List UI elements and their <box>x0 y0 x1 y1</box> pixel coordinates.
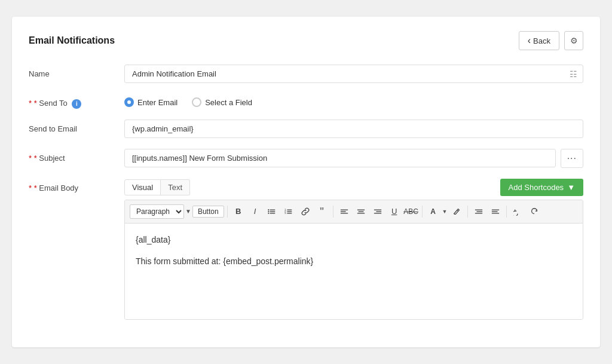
paragraph-select[interactable]: Paragraph <box>130 204 184 219</box>
svg-rect-20 <box>374 213 381 213</box>
name-input[interactable] <box>124 65 583 83</box>
editor-content[interactable]: {all_data} This form submitted at: {embe… <box>125 224 583 319</box>
svg-rect-26 <box>491 213 498 213</box>
svg-rect-7 <box>287 211 292 212</box>
svg-rect-14 <box>340 213 347 213</box>
eraser-button[interactable] <box>449 204 464 219</box>
editor-tabs: Visual Text <box>124 179 190 195</box>
send-to-email-wrap <box>124 120 583 138</box>
radio-enter-email-label: Enter Email <box>137 98 178 107</box>
name-field-wrap: ☷ <box>124 65 583 83</box>
svg-rect-17 <box>357 213 364 213</box>
svg-text:3.: 3. <box>284 212 287 215</box>
outdent-button[interactable] <box>488 204 503 219</box>
email-notifications-panel: Email Notifications Back ⚙ Name ☷ * Send… <box>12 17 600 347</box>
bold-icon: B <box>235 207 241 216</box>
redo-button[interactable] <box>527 204 542 219</box>
editor-line-1: {all_data} <box>136 233 572 246</box>
send-to-email-label: Send to Email <box>29 120 124 133</box>
separator-5 <box>506 206 507 218</box>
text-color-button[interactable]: A <box>426 204 441 219</box>
radio-enter-email-indicator <box>124 97 134 107</box>
chevron-left-icon <box>528 35 531 46</box>
name-label: Name <box>29 65 124 78</box>
add-shortcodes-button[interactable]: Add Shortcodes ▼ <box>500 179 583 196</box>
subject-row: * Subject ··· <box>29 149 583 168</box>
svg-rect-2 <box>270 213 275 213</box>
name-field-icon: ☷ <box>570 69 577 79</box>
radio-enter-email[interactable]: Enter Email <box>124 97 178 107</box>
back-label: Back <box>533 36 550 45</box>
panel-header: Email Notifications Back ⚙ <box>29 31 583 50</box>
tab-text[interactable]: Text <box>161 179 190 195</box>
separator-3 <box>422 206 423 218</box>
page-title: Email Notifications <box>29 35 115 46</box>
gear-button[interactable]: ⚙ <box>564 31 583 50</box>
subject-more-button[interactable]: ··· <box>561 149 583 168</box>
separator-4 <box>467 206 468 218</box>
svg-rect-13 <box>340 211 345 212</box>
svg-rect-6 <box>287 209 292 210</box>
svg-rect-18 <box>374 209 381 210</box>
svg-point-3 <box>268 209 269 210</box>
svg-rect-24 <box>491 209 498 210</box>
radio-select-field[interactable]: Select a Field <box>192 97 252 107</box>
email-body-content: Visual Text Add Shortcodes ▼ Paragraph ▼… <box>124 179 583 320</box>
svg-rect-19 <box>376 211 381 212</box>
toolbar-chevron-icon: ▼ <box>185 208 191 215</box>
subject-wrap: ··· <box>124 149 583 168</box>
blockquote-button[interactable]: " <box>314 204 330 219</box>
svg-rect-1 <box>270 211 275 212</box>
radio-select-field-indicator <box>192 97 201 107</box>
send-to-label: * Send To i <box>29 94 124 109</box>
svg-rect-8 <box>287 213 292 213</box>
italic-button[interactable]: I <box>247 204 263 219</box>
svg-rect-21 <box>475 209 482 210</box>
separator-2 <box>333 206 333 218</box>
send-to-radio-group: Enter Email Select a Field <box>124 94 252 107</box>
send-to-row: * Send To i Enter Email Select a Field <box>29 94 583 109</box>
svg-rect-0 <box>270 209 275 210</box>
indent-button[interactable] <box>471 204 486 219</box>
svg-rect-22 <box>476 211 482 212</box>
align-center-button[interactable] <box>353 204 369 219</box>
strikethrough-button[interactable]: ABC <box>403 204 419 219</box>
dots-icon: ··· <box>567 153 577 163</box>
name-row: Name ☷ <box>29 65 583 83</box>
link-button[interactable] <box>298 204 313 219</box>
svg-point-4 <box>268 211 269 212</box>
svg-rect-16 <box>358 211 363 212</box>
add-shortcodes-label: Add Shortcodes <box>509 183 564 192</box>
editor-wrapper: Paragraph ▼ Button B I <box>124 200 583 320</box>
editor-toolbar: Paragraph ▼ Button B I <box>125 200 583 224</box>
subject-label: * Subject <box>29 149 124 163</box>
radio-select-field-label: Select a Field <box>205 98 252 107</box>
editor-line-2: This form submitted at: {embed_post.perm… <box>136 255 572 268</box>
send-to-email-input[interactable] <box>124 120 583 138</box>
svg-point-5 <box>268 213 269 214</box>
undo-button[interactable] <box>510 204 525 219</box>
svg-rect-25 <box>491 211 497 212</box>
align-right-button[interactable] <box>370 204 385 219</box>
ol-button[interactable]: 1.2.3. <box>281 204 296 219</box>
editor-header: Visual Text Add Shortcodes ▼ <box>124 179 583 196</box>
subject-input-row: ··· <box>124 149 583 168</box>
back-button[interactable]: Back <box>519 31 559 50</box>
underline-button[interactable]: U <box>387 204 402 219</box>
send-to-email-row: Send to Email <box>29 120 583 138</box>
italic-icon: I <box>254 207 256 216</box>
ul-button[interactable] <box>264 204 280 219</box>
email-body-row: * Email Body Visual Text Add Shortcodes … <box>29 179 583 320</box>
email-body-label: * Email Body <box>29 179 124 192</box>
chevron-down-icon: ▼ <box>567 183 575 192</box>
separator-1 <box>227 206 228 218</box>
tab-visual[interactable]: Visual <box>124 179 161 195</box>
header-actions: Back ⚙ <box>519 31 583 50</box>
info-icon[interactable]: i <box>72 99 81 109</box>
subject-input[interactable] <box>124 149 556 167</box>
button-label-btn[interactable]: Button <box>192 206 224 218</box>
text-color-down-icon: ▼ <box>442 209 448 215</box>
svg-rect-15 <box>357 209 364 210</box>
align-left-button[interactable] <box>336 204 352 219</box>
bold-button[interactable]: B <box>231 204 246 219</box>
